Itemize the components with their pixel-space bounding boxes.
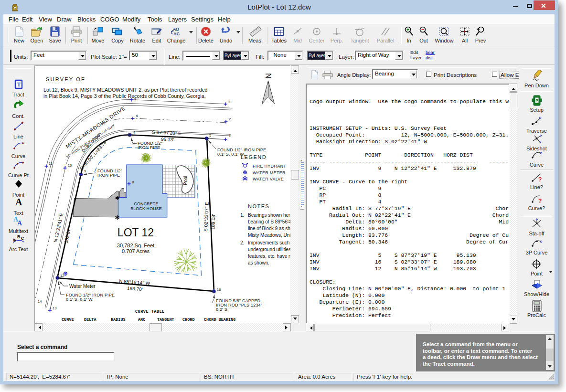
svg-text:Pool: Pool — [183, 176, 188, 185]
svg-text:LOT 12: LOT 12 — [117, 226, 154, 239]
svg-text:CHORD BEARING: CHORD BEARING — [204, 318, 235, 322]
svg-text:13: 13 — [53, 306, 56, 310]
svg-text:?: ? — [538, 176, 542, 183]
svg-text:FIRE HYDRANT: FIRE HYDRANT — [253, 164, 286, 169]
svg-text:S 87°37'20" E: S 87°37'20" E — [152, 129, 182, 136]
svg-text:T: T — [17, 81, 21, 88]
svg-text:CHORD: CHORD — [182, 318, 195, 322]
svg-text:underground utilities and othe: underground utilities and other — [248, 247, 290, 252]
svg-text:2.: 2. — [240, 240, 244, 245]
svg-text:A: A — [17, 220, 22, 226]
svg-text:Misty Meadows, Unit 2.: Misty Meadows, Unit 2. — [248, 233, 290, 238]
svg-text:4: 4 — [133, 130, 135, 135]
svg-text:RADIUS: RADIUS — [111, 318, 126, 322]
svg-text:TANGENT: TANGENT — [157, 318, 174, 322]
svg-text:WATER METER: WATER METER — [253, 170, 286, 175]
svg-text:14: 14 — [38, 299, 42, 304]
svg-text:DELTA: DELTA — [84, 318, 96, 322]
svg-text:as shown.: as shown. — [248, 260, 269, 265]
svg-text:16: 16 — [217, 287, 221, 292]
svg-text:8: 8 — [132, 180, 134, 184]
svg-text:line of Block 9 as shown on th: line of Block 9 as shown on the plat — [248, 226, 290, 231]
svg-text:0.1' S. 0.1' W.: 0.1' S. 0.1' W. — [66, 297, 94, 302]
svg-text:S 02°33'07" E: S 02°33'07" E — [203, 202, 210, 232]
svg-text:3: 3 — [228, 100, 230, 104]
svg-text:30,782 Sq. Feet: 30,782 Sq. Feet — [117, 243, 154, 248]
svg-text:SURVEY OF: SURVEY OF — [46, 76, 85, 82]
svg-text:features, etc. have not been l: features, etc. have not been loc — [248, 254, 290, 259]
svg-text:193.70': 193.70' — [127, 286, 143, 292]
svg-text:9: 9 — [84, 169, 86, 173]
svg-text:LEGEND: LEGEND — [241, 154, 267, 160]
svg-text:0.2' S.: 0.2' S. — [216, 307, 229, 312]
svg-text:IRON PIPE: IRON PIPE — [97, 173, 120, 178]
svg-text:189.08': 189.08' — [210, 214, 216, 230]
svg-text:in Plat Book 14, Page 3 of the: in Plat Book 14, Page 3 of the Public Re… — [43, 93, 206, 99]
svg-text:CURVE: CURVE — [62, 318, 74, 322]
svg-text:1: 1 — [229, 134, 231, 138]
svg-text:Bearings shown hereon are base: Bearings shown hereon are based — [248, 212, 290, 218]
svg-text:WATER VALVE: WATER VALVE — [253, 177, 284, 181]
svg-text:Lot 12, Block 9, MISTY MEADOWS: Lot 12, Block 9, MISTY MEADOWS UNIT 2, a… — [43, 87, 208, 93]
svg-text:6: 6 — [136, 114, 138, 118]
svg-text:N: N — [265, 73, 273, 79]
svg-text:A: A — [15, 197, 22, 207]
svg-text:NOTES: NOTES — [248, 203, 269, 209]
svg-text:0.707 Acres: 0.707 Acres — [122, 248, 150, 254]
svg-text:10: 10 — [68, 163, 72, 168]
svg-text:Improvements such as pools,: Improvements such as pools, — [248, 240, 290, 245]
svg-text:IRON PIPE: IRON PIPE — [138, 145, 160, 150]
svg-text:12: 12 — [60, 274, 64, 278]
svg-text:?: ? — [538, 198, 542, 204]
svg-text:2: 2 — [229, 117, 231, 121]
svg-text:1.: 1. — [240, 212, 244, 218]
svg-text:B: B — [17, 234, 21, 239]
svg-text:95.13': 95.13' — [161, 137, 174, 142]
svg-text:ARC: ARC — [138, 318, 145, 322]
svg-text:BLOCK HOUSE: BLOCK HOUSE — [130, 206, 162, 211]
svg-text:AB: AB — [173, 27, 179, 32]
svg-text:CONCRETE: CONCRETE — [134, 201, 159, 206]
svg-text:Water Meter: Water Meter — [69, 284, 96, 289]
svg-text:11: 11 — [49, 161, 53, 166]
svg-text:CURVE TABLE: CURVE TABLE — [135, 309, 165, 314]
svg-text:bearing of S 89°56'40" E on th: bearing of S 89°56'40" E on the nor — [248, 219, 290, 224]
svg-text:5: 5 — [209, 133, 211, 138]
svg-text:AC: AC — [173, 32, 180, 36]
